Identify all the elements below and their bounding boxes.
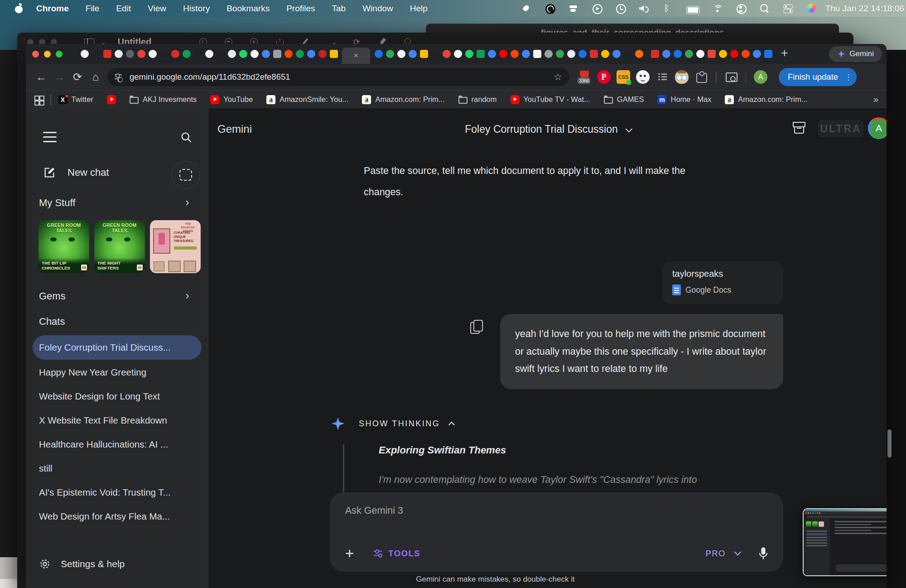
model-picker[interactable]: PRO (705, 549, 739, 559)
bookmark[interactable]: GAMES (604, 95, 644, 104)
chevron-right-icon[interactable]: › (185, 289, 189, 301)
forward-button[interactable]: → (50, 71, 68, 83)
browser-tab[interactable] (488, 50, 496, 58)
expressvpn-icon[interactable] (568, 4, 579, 14)
chat-list-item[interactable]: Website Design for Long Text (26, 384, 208, 408)
browser-tab[interactable] (545, 50, 553, 58)
browser-tab[interactable] (635, 50, 643, 58)
copy-icon[interactable] (470, 320, 484, 334)
apps-grid-icon[interactable] (34, 95, 43, 104)
sidebar-section-gems[interactable]: Gems (39, 290, 66, 302)
temporary-chat-button[interactable] (172, 161, 200, 189)
control-center-icon[interactable] (783, 4, 794, 14)
adblock-extension-icon[interactable]: 3366 (578, 70, 591, 84)
browser-tab[interactable] (251, 50, 259, 58)
menu-hamburger-icon[interactable] (43, 132, 57, 143)
browser-tab[interactable] (81, 50, 89, 58)
browser-tab[interactable] (443, 50, 451, 58)
browser-tab[interactable] (708, 50, 716, 58)
browser-tab[interactable] (454, 50, 462, 58)
bookmark[interactable]: AKJ Invesments (130, 95, 197, 104)
bookmark[interactable] (107, 95, 116, 104)
menu-item[interactable]: View (148, 4, 166, 14)
browser-tab[interactable] (330, 50, 338, 58)
memoji-extension-icon[interactable] (675, 70, 689, 84)
chat-title-dropdown[interactable]: Foley Corruption Trial Discussion (208, 123, 887, 135)
menu-item[interactable]: Edit (116, 4, 131, 14)
wifi-icon[interactable] (712, 4, 723, 14)
volume-icon[interactable] (639, 4, 650, 14)
browser-tab[interactable] (685, 50, 693, 58)
my-stuff-thumbnail[interactable]: GREEN ROOM TALES The Bit Lip Chronicles … (39, 220, 89, 273)
browser-tab[interactable] (160, 50, 168, 58)
browser-tab[interactable] (719, 50, 727, 58)
browser-tab[interactable] (115, 50, 123, 58)
battery-icon[interactable] (686, 4, 699, 14)
account-avatar[interactable]: A (868, 117, 887, 139)
browser-tab[interactable] (742, 50, 750, 58)
browser-tab[interactable] (465, 50, 473, 58)
chat-list-item[interactable]: X Website Text File Breakdown (26, 408, 208, 432)
browser-tab[interactable] (137, 50, 145, 58)
user-switch-icon[interactable] (736, 4, 747, 14)
browser-tab[interactable] (612, 50, 621, 58)
time-machine-icon[interactable] (615, 4, 626, 14)
minimize-button[interactable] (44, 51, 51, 58)
chat-list-item[interactable]: Happy New Year Greeting (26, 360, 208, 384)
browser-tab[interactable] (420, 50, 428, 58)
finish-update-button[interactable]: Finish update ⋮ (779, 68, 857, 86)
browser-tab[interactable] (262, 50, 270, 58)
browser-tab[interactable] (194, 50, 202, 58)
chat-list-item[interactable]: still (26, 456, 208, 480)
browser-tab[interactable] (499, 50, 507, 58)
menu-item[interactable]: History (183, 4, 210, 14)
dia-flame-icon[interactable] (521, 4, 532, 14)
my-stuff-thumbnail[interactable]: GREEN ROOM TALES The Night Shifters #1 (94, 220, 145, 273)
bookmark[interactable]: YouTube TV - Wat... (511, 95, 590, 104)
new-chat-button[interactable]: New chat (43, 166, 109, 179)
new-tab-button[interactable]: + (781, 46, 788, 60)
spotlight-icon[interactable] (759, 4, 770, 14)
tools-button[interactable]: TOOLS (374, 549, 420, 559)
browser-tab[interactable] (296, 50, 304, 58)
siri-icon[interactable] (806, 4, 817, 14)
browser-tab[interactable] (92, 50, 100, 58)
bookmarks-overflow-chevron[interactable]: » (873, 94, 878, 105)
browser-tab[interactable] (696, 50, 704, 58)
site-info-icon[interactable] (115, 73, 124, 81)
browser-tab[interactable] (397, 50, 405, 58)
browser-tab[interactable] (205, 50, 213, 58)
browser-tab[interactable] (601, 50, 609, 58)
reload-button[interactable]: ⟳ (68, 71, 87, 83)
archive-icon[interactable] (792, 121, 805, 135)
bookmark[interactable]: a AmazonSmile: You... (266, 95, 348, 104)
chat-list-item[interactable]: AI's Epistemic Void: Trusting T... (26, 480, 208, 504)
browser-tab[interactable] (171, 50, 179, 58)
active-tab[interactable]: × (342, 48, 370, 64)
css-extension-icon[interactable]: CSS (617, 70, 630, 84)
shield-circle-icon[interactable] (545, 4, 555, 14)
bookmark[interactable]: a Amazon.com: Prim... (362, 95, 444, 104)
browser-tab[interactable] (431, 50, 439, 58)
browser-tab[interactable] (522, 50, 530, 58)
browser-tab[interactable] (477, 50, 485, 58)
browser-tab[interactable] (126, 50, 134, 58)
address-bar[interactable]: gemini.google.com/app/11d632bd2efe8651 ☆ (107, 68, 569, 86)
browser-tab[interactable] (386, 50, 394, 58)
browser-tab[interactable] (511, 50, 519, 58)
browser-tab[interactable] (318, 50, 327, 58)
tab-close-icon[interactable]: × (354, 51, 358, 60)
kebab-menu-icon[interactable]: ⋮ (844, 72, 852, 82)
browser-tab[interactable] (567, 50, 575, 58)
bluetooth-icon[interactable] (662, 4, 673, 14)
fullscreen-button[interactable] (56, 51, 63, 58)
list-extension-icon[interactable] (655, 70, 669, 84)
bookmark-star-icon[interactable]: ☆ (554, 72, 562, 82)
pinterest-extension-icon[interactable]: P (597, 70, 611, 84)
add-attachment-button[interactable]: + (345, 546, 354, 561)
browser-tab[interactable] (284, 50, 293, 58)
url-text[interactable]: gemini.google.com/app/11d632bd2efe8651 (130, 72, 290, 82)
device-search-icon[interactable] (724, 70, 738, 84)
chevron-right-icon[interactable]: › (185, 196, 189, 208)
browser-tab[interactable] (651, 50, 659, 58)
